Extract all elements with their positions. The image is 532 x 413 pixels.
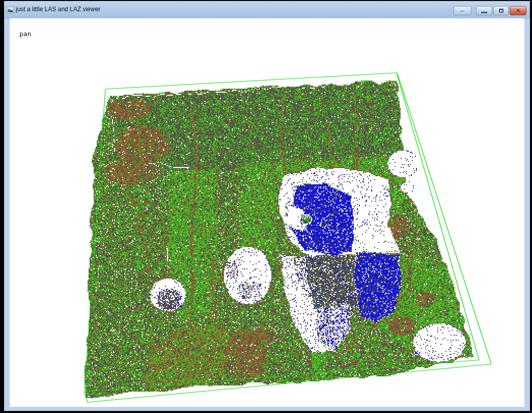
close-icon: ✕ bbox=[516, 8, 520, 14]
pan-mode-label: pan bbox=[19, 30, 31, 38]
app-icon-corner bbox=[11, 10, 13, 12]
minimize-icon bbox=[481, 12, 487, 13]
horizontal-resize-icon: ⇔ bbox=[460, 8, 466, 14]
maximize-icon bbox=[499, 9, 503, 13]
point-cloud-viewport[interactable] bbox=[10, 18, 524, 407]
app-icon bbox=[7, 6, 14, 13]
window-title: just a little LAS and LAZ viewer bbox=[16, 6, 100, 13]
resize-button[interactable]: ⇔ bbox=[454, 6, 471, 15]
title-bar[interactable]: just a little LAS and LAZ viewer ⇔ ✕ bbox=[4, 1, 530, 19]
maximize-button[interactable] bbox=[493, 6, 509, 15]
minimize-button[interactable] bbox=[476, 6, 492, 15]
app-icon-titlebar bbox=[8, 7, 13, 9]
screen: just a little LAS and LAZ viewer ⇔ ✕ pan bbox=[0, 0, 532, 413]
app-window: just a little LAS and LAZ viewer ⇔ ✕ pan bbox=[4, 1, 530, 411]
viewport-area: pan bbox=[10, 18, 524, 407]
close-button[interactable]: ✕ bbox=[510, 6, 526, 15]
